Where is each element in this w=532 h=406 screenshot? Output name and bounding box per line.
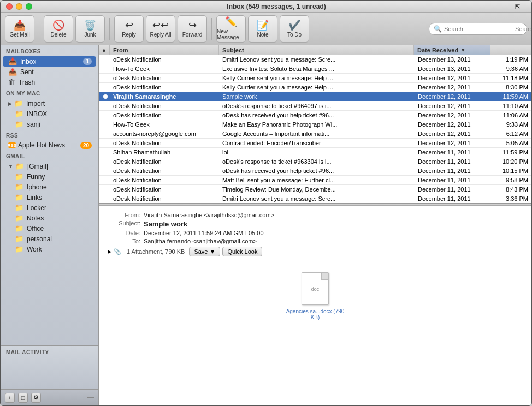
from-cell: How-To Geek <box>111 121 220 128</box>
message-row[interactable]: oDesk NotificationoDesk's response to ti… <box>99 157 531 166</box>
reply-all-button[interactable]: ↩↩ Reply All <box>146 15 175 43</box>
sort-arrow-icon: ▼ <box>460 47 465 53</box>
sidebar-item-sanji[interactable]: 📁 sanji <box>3 119 96 129</box>
subject-cell: Timelog Review: Due Monday, Decembe... <box>220 186 416 193</box>
date-cell: December 12, 2011 <box>416 112 492 118</box>
titlebar: Inbox (549 messages, 1 unread) ⇱ <box>1 1 531 13</box>
personal-icon: 📁 <box>15 235 23 243</box>
sidebar-item-notes[interactable]: 📁 Notes <box>3 213 96 223</box>
gmail-icon: 📁 <box>15 162 24 170</box>
toolbar-separator-3 <box>211 18 212 40</box>
sidebar-item-inbox[interactable]: 📥 Inbox 1 <box>3 56 96 67</box>
mailbox-settings-button[interactable]: □ <box>18 393 28 403</box>
junk-icon: 🗑️ <box>84 20 96 30</box>
time-cell: 5:05 AM <box>492 140 530 146</box>
paperclip-icon: 📎 <box>114 248 121 255</box>
sidebar-item-locker[interactable]: 📁 Locker <box>3 202 96 213</box>
subject-cell: Dmitri Leonov sent you a message: Scre..… <box>220 56 416 63</box>
message-row[interactable]: oDesk NotificationoDesk has received you… <box>99 166 531 176</box>
sidebar-item-funny[interactable]: 📁 Funny <box>3 171 96 182</box>
sidebar-item-inbox-sub[interactable]: 📁 INBOX <box>3 109 96 119</box>
col-header-dot[interactable]: ● <box>99 45 110 55</box>
from-cell: Shihan Rhamathullah <box>111 149 220 156</box>
message-row[interactable]: oDesk NotificationContract ended: Encode… <box>99 139 531 148</box>
sidebar-item-iphone[interactable]: 📁 Iphone <box>3 182 96 192</box>
sidebar-item-sent[interactable]: 📤 Sent <box>3 67 96 77</box>
sidebar-content: MAILBOXES 📥 Inbox 1 📤 Sent 🗑 Trash ON MY… <box>1 45 98 345</box>
maximize-button[interactable] <box>26 3 32 10</box>
message-row[interactable]: oDesk NotificationKelly Currier sent you… <box>99 83 531 92</box>
from-label: From: <box>108 212 140 218</box>
file-name[interactable]: Agencies sa...docx (790 KB) <box>282 308 348 320</box>
inbox-sub-icon: 📁 <box>15 110 23 118</box>
to-do-button[interactable]: ✔️ To Do <box>280 15 309 43</box>
message-row[interactable]: oDesk NotificationDmitri Leonov sent you… <box>99 194 531 203</box>
attachment-expand-button[interactable]: ▶ <box>108 249 111 254</box>
from-cell: oDesk Notification <box>111 56 220 63</box>
col-header-date[interactable]: Date Received ▼ <box>414 45 490 55</box>
forward-button[interactable]: ↪ Forward <box>178 15 207 43</box>
subject-cell: oDesk has received your help ticket #96.… <box>220 168 416 174</box>
sidebar-item-personal[interactable]: 📁 personal <box>3 234 96 244</box>
message-row[interactable]: oDesk NotificationKelly Currier sent you… <box>99 74 531 83</box>
unread-dot-cell <box>100 93 111 100</box>
col-header-time[interactable] <box>490 45 531 55</box>
delete-button[interactable]: 🚫 Delete <box>44 15 73 43</box>
message-row[interactable]: Shihan RhamathullahlolDecember 11, 20111… <box>99 148 531 157</box>
sidebar-item-work[interactable]: 📁 Work <box>3 244 96 254</box>
new-message-button[interactable]: ✏️ New Message <box>216 15 246 43</box>
to-do-icon: ✔️ <box>288 20 300 30</box>
message-list: ● From Subject Date Received ▼ oDesk No <box>99 45 531 204</box>
sidebar-resize-handle[interactable] <box>87 393 94 403</box>
date-cell: December 12, 2011 <box>416 121 492 128</box>
message-row[interactable]: oDesk NotificationDmitri Leonov sent you… <box>99 55 531 64</box>
sidebar-item-apple-hot-news[interactable]: RSS Apple Hot News 20 <box>3 140 96 150</box>
from-cell: oDesk Notification <box>111 186 220 193</box>
from-cell: oDesk Notification <box>111 177 220 183</box>
message-row[interactable]: oDesk NotificationoDesk has received you… <box>99 111 531 120</box>
quick-look-button[interactable]: Quick Look <box>222 247 262 256</box>
file-type-label: doc <box>311 286 320 292</box>
time-cell: 9:58 PM <box>492 177 530 183</box>
gear-button[interactable]: ⚙ <box>31 393 41 403</box>
reply-button[interactable]: ↩ Reply <box>114 15 144 43</box>
sidebar-item-office[interactable]: 📁 Office <box>3 223 96 234</box>
get-mail-button[interactable]: 📥 Get Mail <box>5 15 34 43</box>
delete-icon: 🚫 <box>52 20 64 30</box>
message-row[interactable]: Virajith SamarasingheSample workDecember… <box>99 92 531 101</box>
message-row[interactable]: oDesk NotificationoDesk's response to ti… <box>99 101 531 111</box>
message-row[interactable]: oDesk NotificationMatt Bell sent you a m… <box>99 176 531 185</box>
sidebar-item-gmail[interactable]: ▼ 📁 [Gmail] <box>3 161 96 171</box>
note-button[interactable]: 📝 Note <box>248 15 277 43</box>
minimize-button[interactable] <box>16 3 22 10</box>
subject-cell: Contract ended: Encoder/Transcriber <box>220 140 416 146</box>
new-message-label: New Message <box>217 28 245 40</box>
save-button[interactable]: Save ▼ <box>189 247 220 256</box>
sidebar-item-trash[interactable]: 🗑 Trash <box>3 77 96 87</box>
sent-icon: 📤 <box>8 68 17 76</box>
col-header-from[interactable]: From <box>110 45 219 55</box>
message-row[interactable]: How-To GeekExclusive Invites: Soluto Bet… <box>99 64 531 74</box>
reply-icon: ↩ <box>125 20 133 30</box>
sidebar-item-links[interactable]: 📁 Links <box>3 192 96 202</box>
add-mailbox-button[interactable]: + <box>5 393 15 403</box>
message-row[interactable]: oDesk NotificationTimelog Review: Due Mo… <box>99 185 531 194</box>
forward-icon: ↪ <box>188 20 197 30</box>
search-input[interactable] <box>444 26 515 32</box>
from-cell: oDesk Notification <box>111 84 220 91</box>
col-header-subject[interactable]: Subject <box>219 45 414 55</box>
junk-button[interactable]: 🗑️ Junk <box>75 15 105 43</box>
reply-all-icon: ↩↩ <box>152 20 169 30</box>
import-icon: 📁 <box>14 99 23 108</box>
new-message-icon: ✏️ <box>225 17 237 27</box>
message-preview: From: Virajith Samarasinghe <virajithdss… <box>99 206 531 405</box>
import-label: Import <box>26 100 92 108</box>
message-row[interactable]: accounts-noreply@google.comGoogle Accoun… <box>99 129 531 139</box>
close-button[interactable] <box>6 3 13 10</box>
from-cell: accounts-noreply@google.com <box>111 130 220 137</box>
sidebar-item-import[interactable]: ▶ 📁 Import <box>3 98 96 109</box>
message-row[interactable]: How-To GeekMake an Easy Panoramic Photog… <box>99 120 531 129</box>
window-resize-icon: ⇱ <box>515 3 526 10</box>
search-box[interactable]: 🔍 Search <box>429 23 527 35</box>
date-cell: December 12, 2011 <box>416 84 492 91</box>
